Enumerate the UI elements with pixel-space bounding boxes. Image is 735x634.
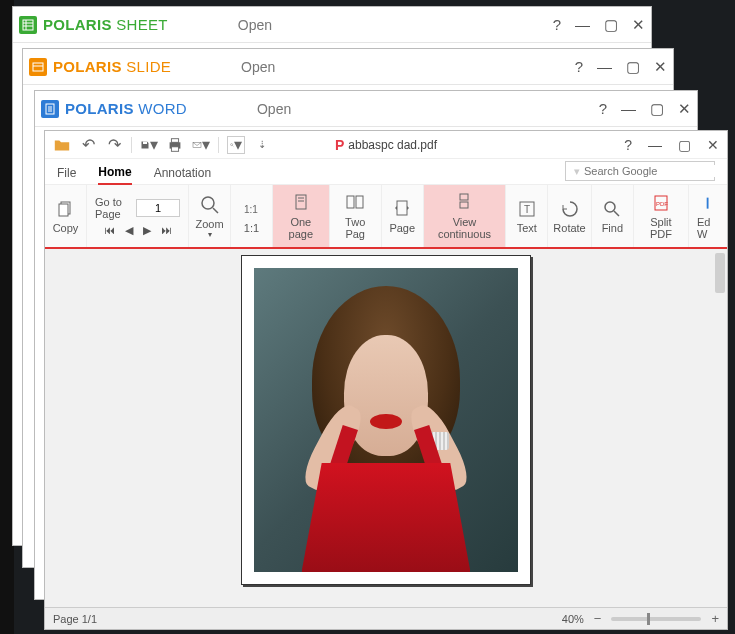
- svg-rect-19: [59, 204, 68, 216]
- nav-first-icon[interactable]: ⏮: [104, 224, 115, 237]
- help-icon[interactable]: ?: [575, 59, 583, 74]
- zoom-in-icon[interactable]: +: [711, 611, 719, 626]
- zoom-button[interactable]: Zoom▾: [189, 185, 231, 247]
- redo-icon[interactable]: ↷: [105, 136, 123, 154]
- slide-open-label[interactable]: Open: [241, 59, 275, 75]
- word-titlebar[interactable]: POLARIS WORD Open ? — ▢ ✕: [35, 91, 697, 127]
- status-bar: Page 1/1 40% − +: [45, 607, 727, 629]
- save-icon[interactable]: ▾: [140, 136, 158, 154]
- menu-tabs: File Home Annotation ▾: [45, 159, 727, 185]
- help-icon[interactable]: ?: [624, 137, 632, 153]
- svg-line-21: [213, 208, 218, 213]
- maximize-icon[interactable]: ▢: [626, 59, 640, 74]
- pdf-page: [241, 255, 531, 585]
- svg-line-34: [614, 211, 619, 216]
- svg-rect-0: [23, 20, 33, 30]
- svg-rect-30: [460, 202, 468, 208]
- view-continuous-button[interactable]: View continuous: [424, 185, 507, 247]
- svg-point-33: [605, 202, 615, 212]
- maximize-icon[interactable]: ▢: [678, 137, 691, 153]
- nav-last-icon[interactable]: ⏭: [161, 224, 172, 237]
- one-page-button[interactable]: One page: [273, 185, 330, 247]
- two-page-button[interactable]: Two Pag: [330, 185, 382, 247]
- search-input[interactable]: [584, 165, 722, 177]
- svg-rect-10: [143, 141, 147, 144]
- scrollbar-thumb[interactable]: [715, 253, 725, 293]
- edit-button[interactable]: ❙ Ed W: [689, 185, 727, 247]
- svg-rect-29: [460, 194, 468, 200]
- svg-point-15: [231, 143, 233, 145]
- maximize-icon[interactable]: ▢: [604, 17, 618, 32]
- vertical-scrollbar[interactable]: [713, 249, 727, 607]
- pdf-titlebar[interactable]: ↶ ↷ ▾ ▾ ▾ ⇣ P abbaspc dad.pdf ? — ▢ ✕: [45, 131, 727, 159]
- svg-rect-26: [347, 196, 354, 208]
- word-app-icon: [41, 100, 59, 118]
- slide-app-icon: [29, 58, 47, 76]
- minimize-icon[interactable]: —: [575, 17, 590, 32]
- nav-next-icon[interactable]: ▶: [143, 224, 151, 237]
- zoom-label: Zoom: [195, 218, 223, 230]
- text-icon: T: [517, 198, 537, 220]
- view-continuous-icon: [454, 192, 474, 214]
- split-pdf-button[interactable]: PDF Split PDF: [634, 185, 689, 247]
- pdf-app-icon: P: [335, 137, 344, 153]
- open-folder-icon[interactable]: [53, 136, 71, 154]
- one-page-label: One page: [281, 216, 321, 240]
- sheet-titlebar[interactable]: POLARIS SHEET Open ? — ▢ ✕: [13, 7, 651, 43]
- print-icon[interactable]: [166, 136, 184, 154]
- find-button[interactable]: Find: [592, 185, 634, 247]
- zoom-out-icon[interactable]: −: [594, 611, 602, 626]
- nav-prev-icon[interactable]: ◀: [125, 224, 133, 237]
- undo-icon[interactable]: ↶: [79, 136, 97, 154]
- page-width-label: Page: [389, 222, 415, 234]
- actual-size-button[interactable]: 1:1 1:1: [231, 185, 273, 247]
- sheet-brand: POLARIS SHEET: [43, 16, 168, 33]
- goto-page-input[interactable]: [136, 199, 180, 217]
- slide-titlebar[interactable]: POLARIS SLIDE Open ? — ▢ ✕: [23, 49, 673, 85]
- svg-text:1:1: 1:1: [244, 204, 258, 215]
- view-continuous-label: View continuous: [432, 216, 498, 240]
- split-pdf-label: Split PDF: [642, 216, 680, 240]
- svg-text:PDF: PDF: [656, 201, 668, 207]
- document-viewport[interactable]: [45, 249, 727, 607]
- rotate-button[interactable]: Rotate: [548, 185, 592, 247]
- close-icon[interactable]: ✕: [654, 59, 667, 74]
- tab-file[interactable]: File: [57, 166, 76, 184]
- edit-icon: ❙: [703, 192, 712, 214]
- minimize-icon[interactable]: —: [621, 101, 636, 116]
- svg-rect-28: [397, 201, 407, 215]
- close-icon[interactable]: ✕: [707, 137, 719, 153]
- minimize-icon[interactable]: —: [648, 137, 662, 153]
- ribbon-toolbar: Copy Go to Page ⏮ ◀ ▶ ⏭ Zoom▾ 1:1 1:1 On…: [45, 185, 727, 249]
- zoom-slider[interactable]: [611, 617, 701, 621]
- close-icon[interactable]: ✕: [678, 101, 691, 116]
- two-page-label: Two Pag: [338, 216, 373, 240]
- page-width-button[interactable]: Page: [382, 185, 424, 247]
- slide-brand: POLARIS SLIDE: [53, 58, 171, 75]
- copy-icon: [56, 198, 76, 220]
- email-icon[interactable]: ▾: [192, 136, 210, 154]
- maximize-icon[interactable]: ▢: [650, 101, 664, 116]
- svg-rect-12: [171, 138, 178, 142]
- text-select-button[interactable]: T Text: [506, 185, 548, 247]
- minimize-icon[interactable]: —: [597, 59, 612, 74]
- help-icon[interactable]: ?: [553, 17, 561, 32]
- copy-label: Copy: [53, 222, 79, 234]
- one-to-one-label: 1:1: [244, 222, 259, 234]
- close-icon[interactable]: ✕: [632, 17, 645, 32]
- document-name: abbaspc dad.pdf: [348, 138, 437, 152]
- find-icon: [602, 198, 622, 220]
- tab-home[interactable]: Home: [98, 165, 131, 185]
- tab-annotation[interactable]: Annotation: [154, 166, 211, 184]
- search-dropdown-icon[interactable]: ▾: [227, 136, 245, 154]
- copy-button[interactable]: Copy: [45, 185, 87, 247]
- qat-customize-icon[interactable]: ⇣: [253, 136, 271, 154]
- text-label: Text: [517, 222, 537, 234]
- find-label: Find: [602, 222, 623, 234]
- sheet-open-label[interactable]: Open: [238, 17, 272, 33]
- word-open-label[interactable]: Open: [257, 101, 291, 117]
- sheet-app-icon: [19, 16, 37, 34]
- help-icon[interactable]: ?: [599, 101, 607, 116]
- two-page-icon: [345, 192, 365, 214]
- search-google-box[interactable]: ▾: [565, 161, 715, 181]
